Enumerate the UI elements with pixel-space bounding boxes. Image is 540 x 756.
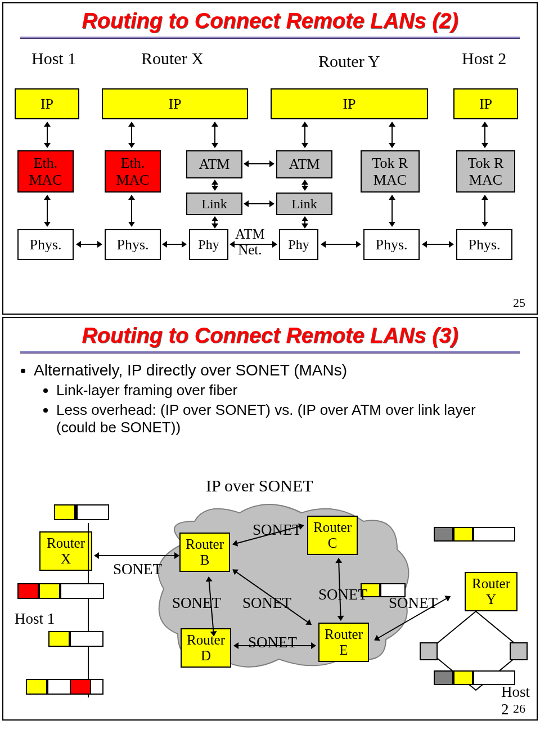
slide-1: Routing to Connect Remote LANs (2) Host … [2, 2, 538, 315]
arrow-v [214, 122, 215, 147]
sonet-label: SONET [248, 634, 297, 651]
ethmac-box-2: Eth. MAC [105, 150, 161, 193]
arrow-v [47, 122, 48, 147]
link-box-2: Link [276, 193, 332, 215]
bullet-1: Alternatively, IP directly over SONET (M… [34, 361, 514, 379]
arrow-v [304, 217, 305, 228]
title-rule [20, 37, 520, 39]
pkt-box [70, 679, 91, 695]
tokrmac-box-1: Tok R MAC [361, 150, 420, 193]
phys-box-4: Phys. [456, 229, 512, 260]
pkt-box [453, 670, 473, 685]
slide-2: Routing to Connect Remote LANs (3) Alter… [2, 317, 538, 721]
arrow-v [131, 122, 132, 147]
router-x: Router X [39, 531, 92, 571]
arrow-diag [94, 555, 179, 556]
node-box [420, 642, 438, 660]
arrow-h [76, 244, 102, 245]
arrow-h [244, 163, 274, 164]
sonet-label: SONET [318, 586, 367, 603]
arrow-v [131, 195, 132, 226]
ethmac-box-1: Eth. MAC [17, 150, 74, 193]
slide-title: Routing to Connect Remote LANs (3) [3, 318, 537, 351]
arrow-v [484, 195, 485, 226]
node-box [510, 642, 528, 660]
line [76, 504, 78, 520]
arrow-h [422, 244, 453, 245]
phy-box-1: Phy [189, 229, 228, 260]
arrow-h [230, 244, 277, 245]
arrow-v [214, 217, 215, 228]
sonet-label: SONET [242, 594, 291, 612]
ip-box-3: IP [271, 88, 428, 119]
atmnet-label: ATM Net. [235, 226, 265, 258]
router-d: Router D [181, 628, 231, 668]
router-e: Router E [318, 623, 369, 662]
page-number: 25 [513, 296, 525, 310]
label-host2: Host 2 [462, 49, 506, 68]
slide1-body: Host 1 Router X Router Y Host 2 IP IP IP… [15, 43, 525, 314]
pkt-box [434, 527, 453, 542]
phys-box-1: Phys. [17, 229, 74, 260]
ip-box-4: IP [453, 88, 518, 119]
arrow-v [392, 195, 393, 226]
label-host1: Host 1 [32, 49, 76, 68]
arrow-v [392, 122, 393, 147]
bullet-1b: Less overhead: (IP over SONET) vs. (IP o… [56, 401, 514, 436]
sonet-label: SONET [172, 594, 221, 612]
sonet-label: SONET [113, 561, 162, 578]
ip-box-2: IP [102, 88, 248, 119]
page-number: 26 [513, 701, 525, 716]
ip-over-sonet-heading: IP over SONET [206, 476, 313, 495]
phys-box-2: Phys. [105, 229, 161, 260]
title-rule [20, 351, 520, 354]
slide-title: Routing to Connect Remote LANs (2) [3, 3, 537, 37]
label-routerx: Router X [141, 49, 204, 68]
label-routery: Router Y [318, 52, 380, 71]
pkt-box [17, 583, 39, 599]
slide2-body: Alternatively, IP directly over SONET (M… [15, 358, 525, 707]
arrow-h [163, 244, 186, 245]
atm-box-1: ATM [186, 150, 242, 178]
bus-line [88, 523, 89, 697]
pkt-box [434, 670, 453, 685]
bullet-list: Alternatively, IP directly over SONET (M… [15, 358, 525, 436]
pkt-box [26, 679, 47, 695]
ip-box-1: IP [15, 88, 79, 119]
label-host1: Host 1 [15, 610, 55, 628]
pkt-box [453, 527, 473, 542]
pkt-box [54, 504, 75, 520]
pkt-box [60, 583, 104, 599]
arrow-v [47, 195, 48, 226]
pkt-box [48, 631, 70, 647]
pkt-box [473, 527, 515, 542]
arrow-v [304, 122, 305, 147]
sonet-label: SONET [389, 594, 438, 612]
bullet-1a: Link-layer framing over fiber [56, 382, 514, 399]
pkt-box [39, 583, 60, 599]
pkt-box [70, 631, 104, 647]
phys-box-3: Phys. [363, 229, 420, 260]
router-c: Router C [307, 516, 358, 555]
arrow-v [214, 180, 215, 190]
router-b: Router B [179, 533, 230, 572]
atm-box-2: ATM [276, 150, 332, 178]
tokrmac-box-2: Tok R MAC [456, 150, 515, 193]
arrow-diag [234, 645, 316, 646]
arrow-v [484, 122, 485, 147]
link-box-1: Link [186, 193, 242, 215]
phy-box-2: Phy [279, 229, 318, 260]
arrow-h [244, 203, 274, 204]
arrow-v [304, 180, 305, 190]
arrow-h [321, 244, 361, 245]
pkt-box [75, 504, 109, 520]
